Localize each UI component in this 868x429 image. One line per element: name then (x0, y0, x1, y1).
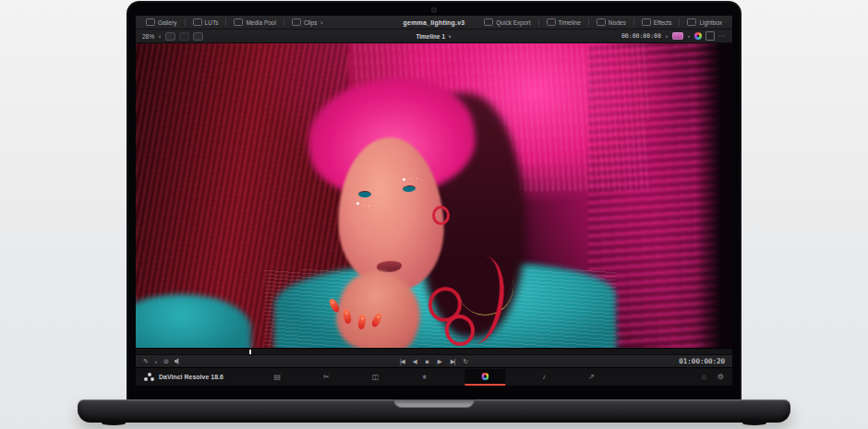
chevron-down-icon[interactable]: ∨ (158, 34, 162, 39)
lid-notch (393, 399, 475, 408)
desk-background: Gallery LUTs Media Pool Cl (0, 0, 868, 429)
tab-fairlight[interactable]: ♪ (536, 370, 551, 385)
app-version-label: DaVinci Resolve 18.6 (159, 374, 223, 380)
luts-button[interactable]: LUTs (189, 18, 223, 28)
timeline-timecode: 01:00:00:20 (679, 357, 725, 365)
viewer-toggle-2[interactable] (179, 32, 189, 41)
effects-icon (642, 18, 651, 26)
source-timecode: 00:00:00:00 (621, 32, 661, 40)
toolbar-divider (679, 18, 680, 26)
tab-media[interactable]: ▤ (268, 370, 286, 385)
media-pool-icon (234, 18, 243, 26)
toolbar-divider (538, 18, 539, 26)
toolbar-divider (588, 18, 589, 26)
audio-mute-icon[interactable] (175, 358, 181, 364)
page-tabs: ▤ ✂ ◫ ∗ ♪ ↗ (268, 369, 599, 386)
toolbar-divider (633, 18, 634, 26)
transport-bar: ✎ ∨ ⊘ |◀ ◀ ■ ▶ ▶| ↻ 01:00:00:20 (136, 354, 732, 367)
home-icon[interactable]: ⌂ (702, 373, 706, 381)
photo-earring (432, 206, 450, 225)
laptop-foot-right (742, 421, 766, 425)
toolbar-right-group: Quick Export Timeline Nodes (480, 18, 726, 28)
photo-eye-left (358, 191, 371, 197)
chevron-down-icon[interactable]: ∨ (665, 34, 669, 39)
luts-label: LUTs (205, 19, 219, 26)
color-wheel-icon[interactable] (694, 32, 702, 40)
viewer-right-group: 00:00:00:00 ∨ ∨ ⋯ (621, 31, 726, 41)
timeline-selector[interactable]: Timeline 1 ∨ (416, 33, 452, 40)
annotate-icon[interactable]: ✎ (143, 358, 149, 365)
media-pool-label: Media Pool (246, 19, 276, 26)
chevron-down-icon: ∨ (448, 34, 452, 39)
lightbox-button[interactable]: Lightbox (683, 18, 726, 28)
quick-export-label: Quick Export (496, 19, 530, 26)
effects-label: Effects (654, 19, 672, 26)
gallery-icon (146, 18, 155, 26)
chevron-down-icon[interactable]: ∨ (154, 359, 158, 363)
page-bar: DaVinci Resolve 18.6 ▤ ✂ ◫ ∗ ♪ ↗ ⌂ ⚙ (136, 367, 732, 386)
luts-icon (193, 18, 202, 26)
color-page-icon (481, 373, 488, 380)
photo-figure (325, 117, 464, 348)
viewer-zoom-value[interactable]: 28% (142, 33, 154, 40)
nodes-button[interactable]: Nodes (593, 18, 630, 28)
lightbox-label: Lightbox (699, 19, 722, 26)
timeline-name: Timeline 1 (416, 33, 445, 40)
expand-icon[interactable] (705, 31, 715, 41)
tab-edit[interactable]: ◫ (367, 370, 385, 385)
gallery-button[interactable]: Gallery (142, 18, 181, 28)
photo-teal-corner (136, 294, 251, 348)
laptop-base (78, 399, 790, 423)
viewer-toggle-3[interactable] (193, 32, 203, 41)
scopes-icon[interactable] (672, 32, 683, 40)
photo-rhinestones-left (356, 202, 359, 205)
clips-button[interactable]: Clips ∨ (288, 18, 327, 28)
top-toolbar: Gallery LUTs Media Pool Cl (136, 16, 732, 30)
skip-start-button[interactable]: |◀ (400, 358, 404, 365)
nodes-icon (597, 18, 606, 26)
stop-button[interactable]: ■ (426, 358, 429, 364)
viewer-image (136, 43, 732, 348)
jog-bar[interactable] (136, 348, 732, 354)
tab-fusion[interactable]: ∗ (416, 370, 433, 385)
more-options-icon[interactable]: ⋯ (718, 32, 726, 40)
timeline-label: Timeline (559, 19, 581, 26)
tab-color-active[interactable] (464, 369, 505, 386)
toolbar-left-group: Gallery LUTs Media Pool Cl (142, 18, 327, 28)
gear-icon[interactable]: ⚙ (717, 373, 724, 381)
photo-rhinestones-right (403, 178, 405, 181)
skip-end-button[interactable]: ▶| (451, 358, 455, 365)
toolbar-divider (185, 18, 186, 26)
transport-controls: |◀ ◀ ■ ▶ ▶| ↻ (400, 358, 468, 365)
loop-button[interactable]: ↻ (463, 358, 467, 365)
tab-cut[interactable]: ✂ (318, 370, 335, 385)
toolbar-divider (225, 18, 226, 26)
chevron-down-icon: ∨ (319, 20, 323, 25)
gallery-label: Gallery (158, 19, 177, 26)
webcam-dot (432, 8, 436, 12)
tab-deliver[interactable]: ↗ (583, 370, 600, 385)
clips-label: Clips (304, 19, 317, 26)
effects-button[interactable]: Effects (638, 18, 676, 28)
nodes-label: Nodes (609, 19, 626, 26)
timeline-icon (547, 18, 556, 26)
play-button[interactable]: ▶ (438, 358, 442, 365)
viewer-toolbar: 28% ∨ Timeline 1 ∨ 00:00:00:00 ∨ ∨ (136, 30, 732, 43)
bypass-icon[interactable]: ⊘ (163, 358, 169, 365)
photo-dark-edge (695, 43, 732, 348)
davinci-logo-icon (144, 373, 154, 382)
laptop-foot-left (102, 421, 126, 425)
media-pool-button[interactable]: Media Pool (230, 18, 280, 28)
play-reverse-button[interactable]: ◀ (413, 358, 417, 365)
laptop-screen: Gallery LUTs Media Pool Cl (127, 2, 741, 400)
quick-export-button[interactable]: Quick Export (480, 18, 534, 28)
lightbox-icon (687, 18, 696, 26)
pagebar-right-group: ⌂ ⚙ (702, 373, 724, 381)
viewer-toggle-1[interactable] (165, 32, 175, 41)
davinci-resolve-window: Gallery LUTs Media Pool Cl (136, 16, 732, 386)
app-brand: DaVinci Resolve 18.6 (144, 373, 223, 382)
clips-icon (292, 18, 301, 26)
chevron-down-icon[interactable]: ∨ (687, 34, 691, 39)
timeline-button[interactable]: Timeline (543, 18, 585, 28)
transport-left-tools: ✎ ∨ ⊘ (143, 358, 181, 365)
